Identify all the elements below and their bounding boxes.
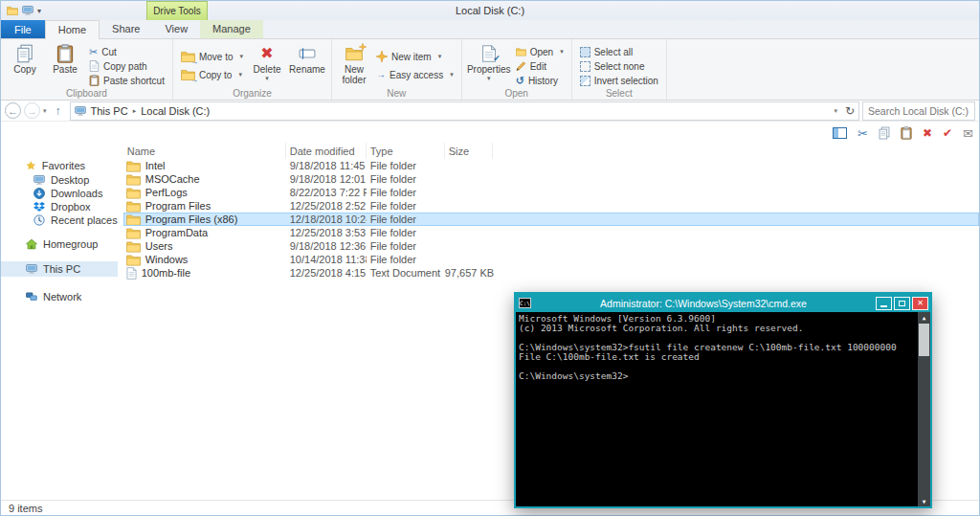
delete-dropdown-arrow-icon[interactable]: ▾	[265, 75, 269, 81]
drive-tools-tab-header[interactable]: Drive Tools	[146, 1, 208, 20]
copy-path-button[interactable]: Copy path	[86, 59, 167, 73]
copy-to-button[interactable]: → Copy to	[178, 68, 246, 81]
mail-toolbar-icon[interactable]: ✉	[963, 127, 973, 140]
new-item-button[interactable]: New item	[373, 50, 457, 63]
column-header-date-modified[interactable]: Date modified	[286, 143, 367, 159]
cmd-scrollbar-thumb[interactable]	[919, 324, 929, 356]
copy-to-label: Copy to	[199, 70, 232, 80]
column-header-type[interactable]: Type	[367, 143, 445, 159]
select-none-button[interactable]: Select none	[577, 59, 661, 73]
sidebar-item-desktop[interactable]: Desktop	[1, 173, 118, 187]
qat-customize-arrow-icon[interactable]: ▾	[37, 7, 41, 15]
copy-toolbar-icon[interactable]	[879, 126, 890, 140]
cmd-minimize-button[interactable]	[876, 297, 892, 310]
file-date: 9/18/2018 12:01 PM	[286, 173, 367, 185]
easy-access-button[interactable]: → Easy access	[373, 68, 457, 81]
paste-toolbar-icon[interactable]	[901, 126, 912, 140]
tab-view[interactable]: View	[152, 20, 200, 38]
sidebar-group-this-pc[interactable]: This PC	[1, 261, 118, 277]
sidebar-group-favorites[interactable]: ★ Favorites	[1, 158, 118, 173]
ribbon-group-select: Select all Select none Invert selection …	[572, 39, 667, 100]
file-row[interactable]: Program Files 12/25/2018 2:52 PM File fo…	[123, 199, 979, 213]
delete-button[interactable]: ✖ Delete ▾	[248, 42, 286, 81]
file-row[interactable]: ProgramData 12/25/2018 3:53 PM File fold…	[123, 226, 979, 239]
breadcrumb-local-disk[interactable]: Local Disk (C:)	[139, 105, 212, 117]
up-button[interactable]: ↑	[50, 102, 67, 119]
cut-toolbar-icon[interactable]: ✂	[858, 127, 868, 140]
move-to-button[interactable]: → Move to	[178, 50, 246, 63]
column-header-name[interactable]: Name	[123, 143, 286, 159]
new-folder-button[interactable]: New folder	[337, 42, 371, 85]
cmd-scrollbar[interactable]: ▲ ▼	[918, 312, 930, 506]
tab-home[interactable]: Home	[45, 20, 100, 39]
invert-selection-icon	[580, 76, 590, 86]
properties-button[interactable]: ✔ Properties ▾	[467, 42, 511, 81]
sidebar-item-downloads[interactable]: Downloads	[1, 187, 118, 200]
recent-locations-arrow-icon[interactable]: ▾	[43, 107, 47, 115]
cmd-app-icon: C:\	[519, 298, 531, 308]
file-date: 12/18/2018 10:24 ...	[286, 213, 367, 225]
checkmark-toolbar-icon[interactable]: ✔	[943, 127, 952, 139]
edit-button[interactable]: Edit	[513, 59, 567, 73]
delete-label: Delete	[254, 64, 281, 75]
properties-label: Properties	[467, 64, 511, 75]
file-row[interactable]: Intel 9/18/2018 11:45 AM File folder	[123, 159, 979, 172]
tab-manage[interactable]: Manage	[200, 20, 263, 38]
properties-dropdown-arrow-icon[interactable]: ▾	[487, 75, 491, 81]
edit-label: Edit	[530, 61, 546, 72]
paste-shortcut-button[interactable]: Paste shortcut	[86, 74, 167, 87]
delete-icon: ✖	[260, 46, 273, 61]
history-button[interactable]: ↺ History	[513, 74, 567, 87]
open-button[interactable]: Open	[513, 45, 567, 58]
ribbon-group-open: ✔ Properties ▾ Open Edit ↺ History Open	[462, 39, 572, 100]
sidebar-item-dropbox[interactable]: Dropbox	[1, 200, 118, 213]
cmd-close-button[interactable]: ✕	[912, 297, 928, 310]
tab-share[interactable]: Share	[100, 20, 152, 38]
breadcrumb[interactable]: This PC ▸ Local Disk (C:) ▾ ↻	[70, 101, 859, 121]
downloads-label: Downloads	[51, 188, 102, 199]
file-row[interactable]: PerfLogs 8/22/2013 7:22 PM File folder	[123, 186, 979, 199]
sidebar-group-homegroup[interactable]: Homegroup	[1, 236, 118, 252]
easy-access-label: Easy access	[390, 70, 443, 80]
qat-computer-icon[interactable]	[22, 5, 33, 16]
search-input[interactable]	[862, 101, 975, 121]
explorer-titlebar[interactable]: ▾ Drive Tools Local Disk (C:)	[1, 1, 979, 20]
file-type: File folder	[367, 254, 445, 265]
address-dropdown-arrow-icon[interactable]: ▾	[834, 107, 837, 115]
cmd-console[interactable]: Microsoft Windows [Version 6.3.9600] (c)…	[516, 312, 930, 506]
console-line: Microsoft Windows [Version 6.3.9600]	[519, 314, 915, 324]
paste-button[interactable]: Paste	[46, 42, 84, 75]
file-row-selected[interactable]: Program Files (x86) 12/18/2018 10:24 ...…	[123, 213, 979, 226]
breadcrumb-this-pc[interactable]: This PC	[89, 105, 130, 117]
tab-file[interactable]: File	[1, 20, 45, 38]
invert-selection-button[interactable]: Invert selection	[577, 74, 661, 87]
back-button[interactable]: ←	[5, 102, 21, 119]
file-name: Users	[145, 240, 173, 252]
scroll-up-icon[interactable]: ▲	[918, 312, 930, 323]
copy-button[interactable]: Copy	[6, 42, 44, 75]
delete-toolbar-icon[interactable]: ✖	[923, 127, 932, 139]
scroll-down-icon[interactable]: ▼	[918, 496, 930, 506]
file-name: Intel	[145, 160, 166, 171]
cmd-maximize-button[interactable]	[894, 297, 910, 310]
cut-button[interactable]: ✂ Cut	[86, 45, 167, 58]
folder-icon	[126, 187, 141, 199]
cmd-titlebar[interactable]: C:\ Administrator: C:\Windows\System32\c…	[516, 294, 930, 312]
file-row[interactable]: 100mb-file 12/25/2018 4:15 PM Text Docum…	[123, 266, 979, 280]
preview-pane-icon[interactable]	[833, 127, 847, 139]
file-name: MSOCache	[145, 173, 200, 185]
sidebar-group-network[interactable]: Network	[1, 289, 118, 304]
column-header-size[interactable]: Size	[445, 143, 493, 159]
file-size: 97,657 KB	[445, 267, 493, 279]
select-none-icon	[580, 61, 590, 72]
refresh-icon[interactable]: ↻	[845, 104, 855, 118]
file-row[interactable]: MSOCache 9/18/2018 12:01 PM File folder	[123, 172, 979, 186]
ribbon-group-new: New folder New item → Easy access New	[332, 39, 462, 100]
file-row[interactable]: Windows 10/14/2018 11:38 ... File folder	[123, 253, 979, 266]
rename-button[interactable]: Rename	[288, 42, 326, 75]
folder-icon	[126, 160, 141, 172]
sidebar-item-recent-places[interactable]: Recent places	[1, 213, 118, 227]
file-row[interactable]: Users 9/18/2018 12:36 PM File folder	[123, 239, 979, 253]
select-all-button[interactable]: Select all	[577, 45, 661, 58]
forward-button[interactable]: →	[24, 102, 40, 119]
